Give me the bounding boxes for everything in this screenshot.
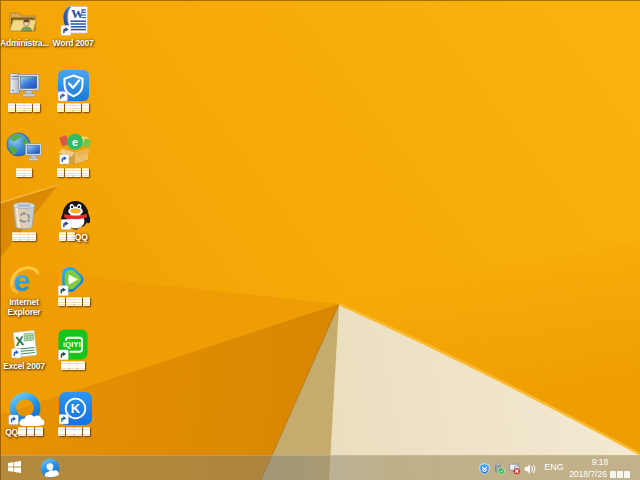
svg-text:K: K	[71, 401, 81, 416]
svg-text:iQIYI: iQIYI	[63, 340, 81, 349]
svg-text:W: W	[71, 6, 84, 21]
svg-text:e: e	[13, 265, 30, 295]
svg-text:e: e	[72, 136, 78, 148]
